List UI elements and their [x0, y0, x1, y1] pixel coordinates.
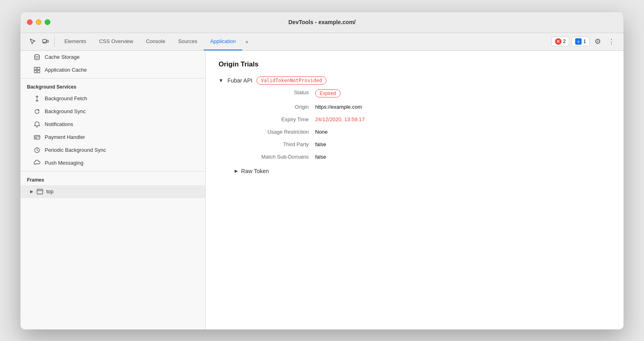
toolbar-icons — [24, 36, 55, 47]
svg-rect-7 — [37, 70, 40, 73]
match-subdomains-value: false — [315, 154, 611, 160]
clock-icon — [33, 147, 41, 154]
sidebar: Cache Storage Application Cache Backgrou… — [21, 51, 206, 329]
window-title: DevTools - example.com/ — [288, 19, 355, 25]
sidebar-item-cache-storage[interactable]: Cache Storage — [21, 51, 205, 64]
sidebar-item-notifications[interactable]: Notifications — [21, 118, 205, 131]
detail-table: Status Expired Origin https://example.co… — [235, 89, 611, 160]
divider-2 — [21, 171, 205, 172]
tab-sources[interactable]: Sources — [171, 33, 204, 50]
background-services-header: Background Services — [21, 80, 205, 92]
sidebar-item-payment-handler[interactable]: Payment Handler — [21, 131, 205, 144]
application-cache-label: Application Cache — [45, 67, 87, 73]
tab-css-overview[interactable]: CSS Overview — [93, 33, 140, 50]
close-button[interactable] — [27, 19, 33, 25]
tab-elements[interactable]: Elements — [58, 33, 93, 50]
detail-panel: Origin Trials ▼ Fubar API ValidTokenNotP… — [206, 51, 623, 329]
message-badge[interactable]: ≡ 1 — [572, 37, 590, 46]
api-header: ▼ Fubar API ValidTokenNotProvided — [219, 76, 611, 85]
match-subdomains-label: Match Sub-Domains — [235, 154, 315, 160]
status-badge: Expired — [315, 89, 341, 97]
toolbar-right: ✕ 2 ≡ 1 ⚙ ⋮ — [551, 36, 620, 47]
usage-restriction-label: Usage Restriction — [235, 129, 315, 135]
settings-icon[interactable]: ⚙ — [592, 36, 603, 47]
arrows-updown-icon — [33, 95, 41, 102]
titlebar: DevTools - example.com/ — [21, 12, 623, 33]
svg-rect-13 — [37, 189, 43, 194]
svg-rect-5 — [37, 67, 40, 70]
svg-rect-4 — [34, 67, 37, 70]
api-expand-chevron[interactable]: ▼ — [219, 78, 223, 83]
periodic-background-sync-label: Periodic Background Sync — [45, 147, 106, 153]
svg-rect-6 — [34, 70, 37, 73]
traffic-lights — [27, 19, 50, 25]
top-frame-label: top — [46, 188, 54, 194]
sidebar-item-periodic-background-sync[interactable]: Periodic Background Sync — [21, 144, 205, 157]
tab-application[interactable]: Application — [204, 33, 242, 50]
svg-rect-11 — [35, 138, 37, 138]
cloud-icon — [33, 159, 41, 167]
device-icon[interactable] — [40, 36, 51, 47]
bell-icon — [33, 121, 41, 128]
frames-header: Frames — [21, 173, 205, 185]
frame-icon — [37, 188, 43, 195]
tab-list: Elements CSS Overview Console Sources Ap… — [58, 33, 551, 50]
status-label: Status — [235, 89, 315, 95]
status-value: Expired — [315, 89, 611, 97]
api-name: Fubar API — [227, 77, 252, 84]
error-count: 2 — [563, 39, 566, 44]
origin-value: https://example.com — [315, 104, 611, 110]
notifications-label: Notifications — [45, 121, 73, 127]
main-content: Cache Storage Application Cache Backgrou… — [21, 51, 623, 329]
detail-title: Origin Trials — [219, 60, 611, 68]
push-messaging-label: Push Messaging — [45, 160, 83, 166]
cache-storage-label: Cache Storage — [45, 54, 80, 60]
sidebar-item-push-messaging[interactable]: Push Messaging — [21, 157, 205, 169]
sidebar-item-top-frame[interactable]: ▶ top — [21, 185, 205, 198]
svg-point-3 — [35, 54, 39, 56]
inspect-icon[interactable] — [27, 36, 38, 47]
devtools-window: DevTools - example.com/ Elements CSS Ove… — [20, 12, 624, 330]
payment-handler-label: Payment Handler — [45, 134, 85, 140]
third-party-label: Third Party — [235, 141, 315, 147]
message-icon: ≡ — [575, 38, 582, 45]
expiry-time-value: 24/12/2020, 13:59:17 — [315, 116, 611, 122]
minimize-button[interactable] — [36, 19, 41, 25]
origin-label: Origin — [235, 104, 315, 110]
maximize-button[interactable] — [45, 19, 50, 25]
usage-restriction-value: None — [315, 129, 611, 135]
raw-token-label: Raw Token — [241, 168, 269, 174]
tab-console[interactable]: Console — [140, 33, 172, 50]
grid-icon — [33, 66, 41, 74]
raw-token-section[interactable]: ▶ Raw Token — [235, 166, 611, 176]
sync-icon — [33, 108, 41, 115]
api-badge: ValidTokenNotProvided — [256, 76, 326, 85]
tab-overflow[interactable]: » — [242, 39, 252, 45]
svg-rect-1 — [47, 40, 48, 42]
background-sync-label: Background Sync — [45, 108, 86, 114]
sidebar-item-background-sync[interactable]: Background Sync — [21, 105, 205, 118]
message-count: 1 — [583, 39, 586, 44]
raw-token-chevron: ▶ — [235, 169, 238, 173]
divider-1 — [21, 78, 205, 79]
database-icon — [33, 54, 41, 61]
third-party-value: false — [315, 141, 611, 147]
error-badge[interactable]: ✕ 2 — [551, 37, 570, 46]
expiry-time-label: Expiry Time — [235, 116, 315, 122]
toolbar: Elements CSS Overview Console Sources Ap… — [21, 33, 623, 51]
background-fetch-label: Background Fetch — [45, 95, 87, 101]
sidebar-item-background-fetch[interactable]: Background Fetch — [21, 92, 205, 105]
svg-rect-0 — [43, 39, 46, 42]
card-icon — [33, 134, 41, 141]
api-section: ▼ Fubar API ValidTokenNotProvided Status… — [219, 76, 611, 176]
svg-rect-9 — [34, 135, 40, 139]
error-icon: ✕ — [555, 38, 561, 45]
frame-expand-icon: ▶ — [30, 189, 33, 194]
sidebar-item-application-cache[interactable]: Application Cache — [21, 64, 205, 76]
more-icon[interactable]: ⋮ — [606, 36, 617, 47]
